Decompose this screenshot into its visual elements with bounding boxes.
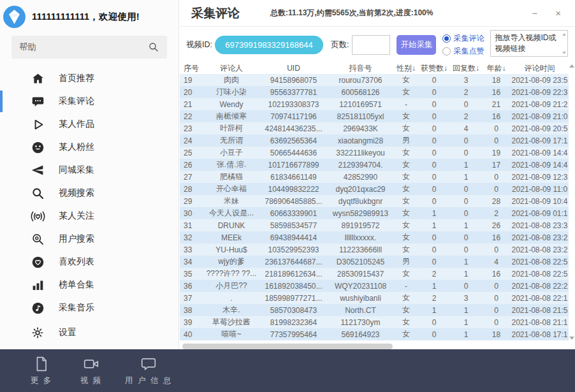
sidebar-item-settings[interactable]: 设置 (0, 321, 178, 344)
table-row[interactable]: 39 草莓沙拉酱 81998232364 1121730ym 女 0 1 0 2… (180, 316, 569, 328)
cell-commenter: YU-Huu$ (203, 245, 260, 254)
col-header-commenter[interactable]: 评论人 (203, 63, 260, 74)
video-id-dropzone[interactable]: 拖放导入视频ID或视频链接 (490, 30, 568, 57)
sidebar-item-same-city[interactable]: 同城采集 (0, 159, 178, 182)
cell-age: 26 (482, 221, 511, 230)
cell-time: 2021-08-08 23:3 (511, 221, 569, 230)
cell-replies: 1 (450, 173, 482, 182)
cell-commenter: MEEk (203, 233, 260, 242)
horizontal-scrollbar-thumb[interactable] (182, 344, 393, 349)
minimize-button[interactable]: − (532, 8, 537, 18)
col-header-index[interactable]: 序号 (180, 63, 203, 74)
sidebar-item-ranking[interactable]: 榜单合集 (0, 273, 178, 296)
table-row[interactable]: 23 叶辞柯 424814436235... 2969433K 女 0 4 0 … (180, 122, 569, 134)
cell-uid: 218189612634... (260, 270, 327, 279)
cell-replies: 1 (450, 221, 482, 230)
cell-gender: 女 (394, 123, 418, 134)
table-row[interactable]: 32 MEEk 69438944414 llllllxxxxx. 女 0 0 1… (180, 231, 569, 243)
cell-time: 2021-08-09 23:5 (511, 76, 569, 85)
dropzone-scroll-up-icon[interactable] (562, 33, 566, 36)
pages-input[interactable] (352, 35, 390, 55)
cell-index: 25 (180, 149, 203, 157)
dropzone-scroll-down-icon[interactable] (562, 52, 566, 54)
table-row[interactable]: 26 张.倩.溶. 101716677899 2129394704. 女 0 1… (180, 159, 569, 171)
table-row[interactable]: 19 肉肉 94158968075 rourou73706 女 0 3 18 2… (180, 74, 569, 86)
search-input[interactable]: 帮助 (11, 36, 167, 59)
cell-time: 2021-08-09 17:1 (511, 136, 569, 145)
radio-collect-likes[interactable]: 采集点赞 (442, 46, 484, 57)
sidebar-item-user-search[interactable]: 用户搜索 (0, 228, 178, 250)
cell-commenter: Wendy (203, 100, 260, 109)
table-row[interactable]: 25 小豆子 50665444636 332211likeyou 女 0 0 1… (180, 147, 569, 159)
cell-gender: 女 (394, 111, 418, 122)
table-row[interactable]: 30 今天人设是... 60663339901 wysn582989913 女 … (180, 207, 569, 219)
cell-index: 34 (180, 258, 203, 266)
cell-replies: 4 (450, 124, 482, 133)
col-header-replies[interactable]: 回复数↓ (450, 63, 482, 74)
cell-douyin-id: wysn582989913 (327, 209, 394, 218)
app-logo-icon (3, 5, 26, 29)
start-collect-button[interactable]: 开始采集 (397, 35, 436, 55)
scroll-down-icon[interactable] (569, 337, 574, 340)
close-button[interactable]: × (555, 8, 561, 18)
sidebar-item-home[interactable]: 首页推荐 (0, 67, 178, 90)
table-row[interactable]: 34 wjy的爹 236137644687... D3052105245 男 0… (180, 256, 569, 268)
cell-douyin-id: llllllxxxxx. (327, 233, 394, 242)
footer-item-user-info[interactable]: 用 户 信 息 (125, 356, 172, 386)
col-header-time[interactable]: 评论时间 (511, 63, 569, 74)
col-header-douyin-id[interactable]: 抖音号 (327, 63, 394, 74)
cell-index: 27 (180, 173, 203, 182)
cell-age: 28 (482, 197, 511, 206)
table-row[interactable]: 35 ????许?? ??... 218189612634... 2853091… (180, 268, 569, 280)
col-header-gender[interactable]: 性别↓ (394, 63, 418, 74)
cell-likes: 0 (418, 197, 450, 206)
video-id-input[interactable]: 6973991983329168644 (215, 36, 323, 54)
table-row[interactable]: 31 DRUNK 58598534577 891919572 女 1 1 26 … (180, 219, 569, 231)
table-row[interactable]: 40 嘻嘻~ 77357995464 569164923 女 0 1 18 20… (180, 328, 569, 340)
cell-likes: 0 (418, 245, 450, 254)
col-header-age[interactable]: 年龄↓ (482, 63, 511, 74)
cell-commenter: 嘻嘻~ (203, 329, 260, 340)
col-header-uid[interactable]: UID (260, 64, 327, 73)
cell-time: 2021-08-08 17:1 (511, 330, 569, 339)
cell-douyin-id: 2129394704. (327, 161, 394, 170)
table-row[interactable]: 33 YU-Huu$ 103529952393 112233666lll 女 0… (180, 243, 569, 256)
cell-time: 2021-08-09 01:1 (511, 209, 569, 218)
sidebar-item-collect-music[interactable]: 采集音乐 (0, 296, 178, 319)
footer-item-more[interactable]: 更 多 (25, 356, 57, 386)
table-row[interactable]: 27 肥橘猫 61834661149 42852990 女 0 1 0 2021… (180, 171, 569, 183)
cell-commenter: 汀味小柒 (203, 87, 260, 98)
sidebar-item-video-search[interactable]: 视频搜索 (0, 182, 178, 205)
play-icon (29, 118, 46, 131)
sidebar-item-user-works[interactable]: 某人作品 (0, 113, 178, 136)
cell-likes: 2 (418, 294, 450, 303)
table-row[interactable]: 36 小月巴?? 161892038450... WQY20231108 - 1… (180, 280, 569, 292)
cell-age: 16 (482, 112, 511, 121)
cell-replies: 3 (450, 294, 482, 303)
vertical-scrollbar[interactable] (569, 63, 575, 341)
table-row[interactable]: 37 . 185998977271... wushiyibanli 女 2 3 … (180, 292, 569, 304)
sidebar-item-user-following[interactable]: 某人关注 (0, 205, 178, 228)
sidebar-item-user-fans[interactable]: 某人粉丝 (0, 136, 178, 159)
table-row[interactable]: 29 米妹 786906485885... dyqtf8ukbgnr 女 0 0… (180, 195, 569, 207)
cell-douyin-id: 332211likeyou (327, 149, 394, 157)
table-row[interactable]: 28 开心幸福 104499832222 dyq201qxac29 女 0 0 … (180, 183, 569, 195)
cell-time: 2021-08-08 22:1 (511, 294, 569, 303)
table-row[interactable]: 22 南栀倾寒 70974117196 825181105yxl 女 0 2 1… (180, 110, 569, 122)
scroll-up-icon[interactable] (569, 64, 574, 68)
sidebar-item-likes-list[interactable]: 喜欢列表 (0, 250, 178, 273)
table-row[interactable]: 20 汀味小柒 95563377781 600568126 女 0 2 16 2… (180, 86, 569, 98)
col-header-likes[interactable]: 获赞数↓ (418, 63, 450, 74)
cell-uid: 95563377781 (260, 88, 327, 97)
cell-likes: 0 (418, 112, 450, 121)
footer-item-video[interactable]: 视 频 (75, 356, 107, 386)
table-row[interactable]: 38 木辛. 58570308473 North.CT 女 1 1 0 2021… (180, 304, 569, 316)
cell-time: 2021-08-09 11:0 (511, 185, 569, 194)
cell-index: 29 (180, 197, 203, 206)
table-row[interactable]: 21 Wendy 102193308373 1210169571 - 0 0 2… (180, 98, 569, 110)
radio-collect-comments[interactable]: 采集评论 (442, 33, 484, 44)
table-row[interactable]: 24 无所谓 63692565364 xiaotangmi28 男 0 0 0 … (180, 134, 569, 147)
music-circle-icon (29, 301, 46, 315)
sidebar-item-collect-comments[interactable]: 采集评论 (0, 90, 178, 113)
cell-uid: 161892038450... (260, 282, 327, 291)
